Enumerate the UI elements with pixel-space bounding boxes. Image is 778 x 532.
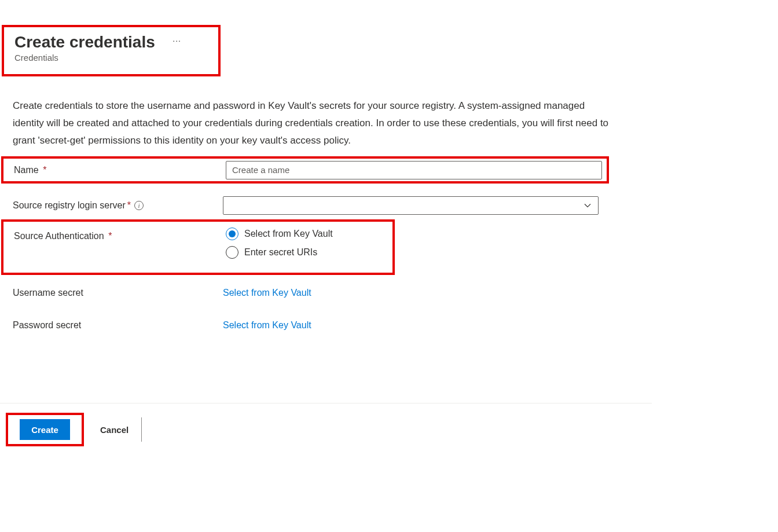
footer-divider xyxy=(0,403,652,403)
page-title: Create credentials xyxy=(14,33,155,52)
source-auth-radio-group: Select from Key Vault Enter secret URIs xyxy=(226,222,333,273)
required-indicator: * xyxy=(108,231,112,241)
password-secret-link[interactable]: Select from Key Vault xyxy=(223,320,311,331)
form-row-source-auth: Source Authentication * Select from Key … xyxy=(1,219,395,275)
source-auth-label: Source Authentication xyxy=(14,231,104,241)
radio-dot-icon xyxy=(229,230,236,237)
form-row-name: Name * xyxy=(1,156,609,184)
footer-create-wrap: Create xyxy=(6,413,84,446)
name-input[interactable] xyxy=(226,161,602,179)
username-secret-link[interactable]: Select from Key Vault xyxy=(223,288,311,298)
name-label-wrap: Name * xyxy=(3,165,226,175)
form-row-username-secret: Username secret Select from Key Vault xyxy=(13,288,311,298)
radio-circle-icon xyxy=(226,246,238,259)
breadcrumb: Credentials xyxy=(14,53,208,63)
radio-secret-uris[interactable]: Enter secret URIs xyxy=(226,246,333,259)
source-registry-dropdown-wrap xyxy=(223,196,599,215)
source-registry-dropdown[interactable] xyxy=(223,196,599,215)
password-secret-label: Password secret xyxy=(13,320,81,330)
more-icon[interactable]: ··· xyxy=(173,36,181,45)
radio-secret-uris-label: Enter secret URIs xyxy=(244,247,317,258)
username-secret-label-wrap: Username secret xyxy=(13,288,223,298)
required-indicator: * xyxy=(43,165,46,175)
radio-circle-icon xyxy=(226,228,238,240)
required-indicator: * xyxy=(127,200,131,211)
cancel-button[interactable]: Cancel xyxy=(100,425,129,435)
create-button[interactable]: Create xyxy=(20,419,70,440)
description-text: Create credentials to store the username… xyxy=(13,97,609,149)
info-icon[interactable]: i xyxy=(134,201,144,210)
radio-key-vault-label: Select from Key Vault xyxy=(244,229,333,239)
source-auth-label-wrap: Source Authentication * xyxy=(3,222,226,273)
source-registry-label-wrap: Source registry login server * i xyxy=(13,200,223,211)
source-registry-label: Source registry login server xyxy=(13,200,126,211)
username-secret-label: Username secret xyxy=(13,288,83,298)
header-section: Create credentials ··· Credentials xyxy=(2,25,221,76)
name-label: Name xyxy=(14,165,39,175)
password-secret-label-wrap: Password secret xyxy=(13,320,223,331)
form-row-source-registry: Source registry login server * i xyxy=(13,196,599,215)
form-row-password-secret: Password secret Select from Key Vault xyxy=(13,320,311,331)
radio-key-vault[interactable]: Select from Key Vault xyxy=(226,228,333,240)
footer-cancel-wrap: Cancel xyxy=(90,417,142,442)
